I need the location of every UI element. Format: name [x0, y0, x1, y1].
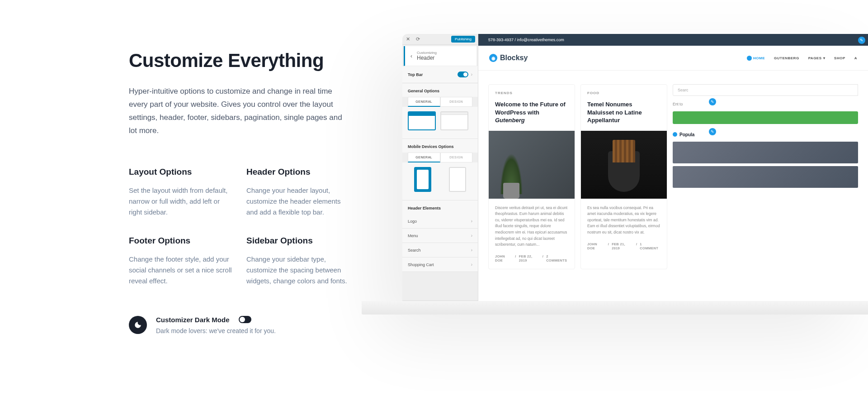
main-heading: Customize Everything [129, 50, 355, 72]
chevron-right-icon: › [471, 262, 472, 267]
edit-shortcut-icon[interactable]: ✎ [858, 37, 865, 44]
mobile-thumb-1[interactable] [414, 167, 431, 192]
feature-title: Sidebar Options [246, 236, 355, 246]
subtitle: Hyper-intuitive options to customize and… [129, 85, 350, 138]
feature-title: Layout Options [129, 167, 237, 177]
feature-footer: Footer Options Change the footer style, … [129, 236, 237, 286]
bullet-icon [673, 132, 677, 137]
close-icon[interactable]: ✕ [405, 37, 410, 42]
menu-home[interactable]: HOME [747, 56, 765, 61]
logo-icon: ◉ [489, 54, 497, 62]
post-comments: 2 COMMENTS [546, 254, 568, 262]
chevron-right-icon: › [471, 233, 472, 238]
post-title: Welcome to the Future of WordPress with … [489, 95, 575, 131]
post-meta: JOHN DOE/ FEB 21, 2019/ 1 COMMENT [581, 242, 667, 257]
post-date: FEB 21, 2019 [612, 242, 633, 250]
mobile-thumbs [402, 162, 478, 200]
chevron-right-icon: › [471, 72, 472, 77]
feature-sidebar: Sidebar Options Change your sidebar type… [246, 236, 355, 286]
brand-name: Blocksy [500, 54, 528, 62]
tab-general[interactable]: GENERAL [408, 97, 440, 107]
section-title: Header [417, 55, 471, 61]
subscribe-button[interactable] [673, 111, 858, 124]
sidebar-text: Ent to [673, 101, 858, 108]
site-topbar: 578-393-4937 / info@creativethemes.com [478, 34, 868, 46]
popular-heading: Popula [673, 132, 858, 137]
popular-thumb[interactable] [673, 142, 858, 163]
chevron-right-icon: › [471, 248, 472, 253]
tab-design[interactable]: DESIGN [440, 97, 473, 107]
feature-desc: Set the layout width from default, narro… [129, 185, 233, 218]
post-category: FOOD [581, 85, 667, 95]
feature-title: Footer Options [129, 236, 237, 246]
mobile-thumb-2[interactable] [449, 167, 466, 192]
search-widget: Searc [673, 84, 858, 96]
feature-desc: Change your header layout, customize the… [246, 185, 350, 218]
dark-mode-section: Customizer Dark Mode Dark mode lovers: w… [129, 316, 355, 334]
item-cart[interactable]: Shopping Cart› [402, 258, 478, 272]
post-category: TRENDS [489, 85, 575, 95]
layout-thumb-2[interactable] [440, 111, 468, 130]
menu-pages[interactable]: PAGES ▾ [808, 56, 825, 61]
dark-mode-title: Customizer Dark Mode [156, 316, 230, 324]
menu-more[interactable]: A [854, 56, 857, 61]
contact-info: 578-393-4937 / info@creativethemes.com [488, 38, 564, 42]
refresh-icon[interactable]: ⟳ [415, 37, 420, 42]
top-bar-toggle[interactable] [458, 72, 468, 77]
general-options-heading: General Options [402, 83, 478, 97]
search-input[interactable]: Searc [673, 84, 858, 96]
general-tabs: GENERAL DESIGN [408, 97, 472, 107]
preview-area: ✎ 578-393-4937 / info@creativethemes.com… [478, 34, 868, 315]
site-nav: ◉ Blocksy HOME GUTENBERG PAGES ▾ SHOP A [478, 46, 868, 71]
post-card[interactable]: FOOD Temel Nonumes Maluisset no Latine A… [580, 84, 667, 269]
customizing-label: Customizing [417, 51, 471, 55]
post-excerpt: Discere veritus detraxit pri ut, sea ei … [489, 199, 575, 254]
feature-layout: Layout Options Set the layout width from… [129, 167, 237, 218]
menu-shop[interactable]: SHOP [834, 56, 845, 61]
customizer-header: ‹ Customizing Header [404, 46, 476, 66]
post-comments: 1 COMMENT [640, 242, 660, 250]
moon-badge [129, 316, 147, 334]
dark-mode-toggle[interactable] [239, 316, 251, 323]
feature-title: Header Options [246, 167, 355, 177]
content-area: TRENDS Welcome to the Future of WordPres… [478, 71, 868, 283]
feature-header: Header Options Change your header layout… [246, 167, 355, 218]
post-card[interactable]: TRENDS Welcome to the Future of WordPres… [488, 84, 575, 269]
site-logo[interactable]: ◉ Blocksy [489, 54, 528, 62]
tab-general-mobile[interactable]: GENERAL [408, 153, 440, 162]
top-bar-label: Top Bar [408, 72, 423, 77]
mobile-tabs: GENERAL DESIGN [408, 153, 472, 162]
item-menu[interactable]: Menu› [402, 229, 478, 243]
menu-gutenberg[interactable]: GUTENBERG [774, 56, 799, 61]
header-elements-heading: Header Elements [402, 200, 478, 214]
item-search[interactable]: Search› [402, 243, 478, 258]
item-logo[interactable]: Logo› [402, 214, 478, 229]
sidebar: Searc Ent to Popula [673, 84, 858, 269]
post-date: FEB 22, 2019 [519, 254, 540, 262]
popular-thumb[interactable] [673, 166, 858, 188]
laptop-base [362, 301, 868, 315]
customizer-mockup: ✕ ⟳ Publishing ‹ Customizing Header Top … [402, 34, 868, 315]
layout-thumb-1[interactable] [408, 111, 436, 130]
customizer-toolbar: ✕ ⟳ Publishing [402, 34, 478, 45]
mobile-options-heading: Mobile Devices Options [402, 138, 478, 153]
feature-desc: Change your sidebar type, customize the … [246, 254, 350, 286]
active-indicator [747, 56, 752, 61]
publish-button[interactable]: Publishing [451, 36, 475, 43]
chevron-right-icon: › [471, 219, 472, 224]
main-menu: HOME GUTENBERG PAGES ▾ SHOP A [747, 56, 857, 61]
edit-shortcut-icon[interactable]: ✎ [709, 128, 716, 135]
top-bar-row[interactable]: Top Bar › [402, 66, 478, 83]
post-image [489, 131, 575, 199]
post-meta: JOHN DOE/ FEB 22, 2019/ 2 COMMENTS [489, 254, 575, 269]
edit-shortcut-icon[interactable]: ✎ [709, 98, 716, 105]
content-section: Customize Everything Hyper-intuitive opt… [129, 50, 355, 334]
feature-desc: Change the footer style, add your social… [129, 254, 233, 286]
back-icon[interactable]: ‹ [410, 53, 412, 59]
customizer-panel: ✕ ⟳ Publishing ‹ Customizing Header Top … [402, 34, 478, 315]
post-excerpt: Es sea nulla vocibus consequat. Pri ea a… [581, 199, 667, 242]
layout-thumbs [402, 107, 478, 138]
post-author: JOHN DOE [587, 242, 605, 250]
tab-design-mobile[interactable]: DESIGN [440, 153, 473, 162]
post-author: JOHN DOE [495, 254, 512, 262]
